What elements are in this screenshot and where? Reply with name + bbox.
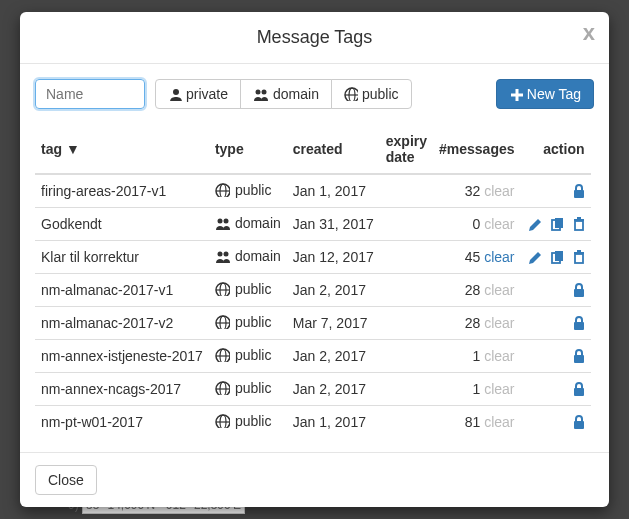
cell-action: [521, 373, 591, 406]
message-count: 0: [472, 216, 480, 232]
type-label: public: [235, 281, 272, 297]
message-count: 28: [465, 315, 481, 331]
col-expiry[interactable]: expiry date: [380, 125, 433, 174]
lock-icon: [571, 282, 585, 298]
cell-type: public: [209, 373, 287, 406]
cell-messages: 1 clear: [433, 373, 521, 406]
name-filter-input[interactable]: [35, 79, 145, 109]
table-row: Klar til korrekturdomainJan 12, 201745 c…: [35, 241, 591, 274]
lock-icon: [571, 183, 585, 199]
lock-icon: [571, 381, 585, 397]
clear-link[interactable]: clear: [484, 249, 514, 265]
pencil-icon: [527, 250, 541, 264]
table-row: nm-annex-ncags-2017publicJan 2, 20171 cl…: [35, 373, 591, 406]
cell-messages: 1 clear: [433, 340, 521, 373]
edit-button[interactable]: [527, 216, 541, 232]
cell-tag: Godkendt: [35, 208, 209, 241]
lock-icon: [571, 315, 585, 331]
delete-button[interactable]: [571, 216, 585, 232]
modal-footer: Close: [20, 452, 609, 507]
cell-expiry: [380, 406, 433, 438]
cell-type: public: [209, 174, 287, 208]
filter-private-label: private: [186, 86, 228, 102]
table-row: nm-almanac-2017-v2publicMar 7, 201728 cl…: [35, 307, 591, 340]
cell-created: Jan 1, 2017: [287, 174, 380, 208]
col-messages[interactable]: #messages: [433, 125, 521, 174]
new-tag-label: New Tag: [527, 86, 581, 102]
copy-button[interactable]: [549, 249, 563, 265]
clear-link: clear: [484, 282, 514, 298]
table-row: nm-almanac-2017-v1publicJan 2, 201728 cl…: [35, 274, 591, 307]
table-row: GodkendtdomainJan 31, 20170 clear: [35, 208, 591, 241]
cell-expiry: [380, 340, 433, 373]
modal-body: private domain public New Tag: [20, 64, 609, 452]
cell-tag: nm-almanac-2017-v2: [35, 307, 209, 340]
type-label: domain: [235, 215, 281, 231]
cell-type: public: [209, 307, 287, 340]
cell-expiry: [380, 174, 433, 208]
message-count: 1: [472, 381, 480, 397]
new-tag-button[interactable]: New Tag: [496, 79, 594, 109]
cell-expiry: [380, 208, 433, 241]
close-icon[interactable]: x: [583, 20, 595, 46]
delete-button[interactable]: [571, 249, 585, 265]
copy-icon: [549, 217, 563, 231]
col-tag[interactable]: tag ▼: [35, 125, 209, 174]
toolbar: private domain public New Tag: [35, 79, 594, 109]
globe-icon: [344, 87, 358, 101]
col-created[interactable]: created: [287, 125, 380, 174]
cell-type: public: [209, 406, 287, 438]
filter-private-button[interactable]: private: [155, 79, 241, 109]
cell-tag: Klar til korrektur: [35, 241, 209, 274]
clear-link: clear: [484, 381, 514, 397]
clear-link: clear: [484, 348, 514, 364]
plus-icon: [509, 87, 523, 101]
lock-icon: [571, 414, 585, 430]
table-row: nm-pt-w01-2017publicJan 1, 201781 clear: [35, 406, 591, 438]
globe-icon: [215, 414, 230, 428]
cell-action: [521, 340, 591, 373]
message-count: 32: [465, 183, 481, 199]
filter-public-button[interactable]: public: [331, 79, 412, 109]
globe-icon: [215, 315, 230, 329]
globe-icon: [215, 381, 230, 395]
cell-created: Jan 2, 2017: [287, 373, 380, 406]
copy-icon: [549, 250, 563, 264]
type-label: public: [235, 314, 272, 330]
globe-icon: [215, 183, 230, 197]
type-filter-group: private domain public: [155, 79, 412, 109]
message-count: 28: [465, 282, 481, 298]
trash-icon: [571, 249, 585, 264]
close-button[interactable]: Close: [35, 465, 97, 495]
user-icon: [168, 87, 182, 101]
message-count: 45: [465, 249, 481, 265]
cell-created: Jan 2, 2017: [287, 340, 380, 373]
cell-action: [521, 174, 591, 208]
cell-messages: 0 clear: [433, 208, 521, 241]
cell-tag: nm-annex-istjeneste-2017: [35, 340, 209, 373]
col-type[interactable]: type: [209, 125, 287, 174]
cell-expiry: [380, 274, 433, 307]
modal-title: Message Tags: [35, 27, 594, 48]
clear-link: clear: [484, 183, 514, 199]
cell-type: public: [209, 340, 287, 373]
type-label: public: [235, 380, 272, 396]
edit-button[interactable]: [527, 249, 541, 265]
cell-type: public: [209, 274, 287, 307]
cell-action: [521, 406, 591, 438]
users-icon: [215, 216, 230, 230]
cell-type: domain: [209, 208, 287, 241]
type-label: public: [235, 413, 272, 429]
cell-messages: 28 clear: [433, 274, 521, 307]
type-label: domain: [235, 248, 281, 264]
cell-messages: 28 clear: [433, 307, 521, 340]
cell-action: [521, 307, 591, 340]
cell-action: [521, 241, 591, 274]
tags-table-scroll[interactable]: tag ▼ type created expiry date #messages…: [35, 124, 594, 437]
cell-expiry: [380, 373, 433, 406]
copy-button[interactable]: [549, 216, 563, 232]
cell-created: Jan 12, 2017: [287, 241, 380, 274]
filter-domain-button[interactable]: domain: [240, 79, 332, 109]
cell-tag: nm-pt-w01-2017: [35, 406, 209, 438]
cell-action: [521, 208, 591, 241]
